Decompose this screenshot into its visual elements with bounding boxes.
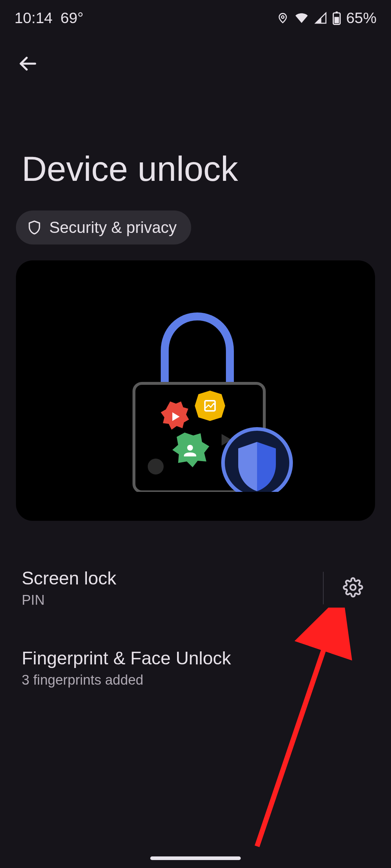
list-item-subtitle: 3 fingerprints added: [22, 672, 369, 688]
list-item-title: Fingerprint & Face Unlock: [22, 648, 369, 669]
battery-icon: [332, 11, 341, 25]
app-bar: [0, 36, 391, 88]
status-temperature: 69°: [60, 9, 84, 27]
cellular-icon: [314, 12, 327, 24]
svg-point-13: [350, 584, 356, 590]
status-battery-percent: 65%: [346, 9, 377, 27]
svg-rect-2: [336, 12, 338, 13]
settings-list: Screen lock PIN Fingerprint & Face Unloc…: [0, 557, 391, 699]
status-right: 65%: [277, 9, 377, 27]
vertical-divider: [323, 572, 324, 604]
svg-point-10: [148, 459, 164, 475]
svg-point-8: [187, 445, 193, 451]
svg-rect-3: [335, 17, 339, 23]
chip-label: Security & privacy: [49, 218, 177, 237]
wifi-icon: [294, 12, 309, 24]
list-item-screen-lock[interactable]: Screen lock PIN: [0, 557, 391, 619]
gear-icon: [343, 577, 363, 599]
lock-illustration-icon: [94, 289, 297, 492]
navigation-handle[interactable]: [150, 856, 241, 860]
list-item-subtitle: PIN: [22, 592, 314, 608]
page-title: Device unlock: [0, 88, 391, 210]
list-item-text: Screen lock PIN: [22, 568, 314, 608]
screen-lock-settings-button[interactable]: [337, 572, 369, 604]
status-time: 10:14: [14, 9, 52, 27]
breadcrumb-chip-security-privacy[interactable]: Security & privacy: [16, 210, 191, 244]
svg-point-0: [281, 16, 284, 18]
list-item-text: Fingerprint & Face Unlock 3 fingerprints…: [22, 648, 369, 688]
back-button[interactable]: [14, 51, 41, 77]
location-icon: [277, 12, 289, 24]
shield-icon: [27, 220, 42, 235]
list-item-fingerprint-face-unlock[interactable]: Fingerprint & Face Unlock 3 fingerprints…: [0, 637, 391, 699]
status-left: 10:14 69°: [14, 9, 84, 27]
list-item-title: Screen lock: [22, 568, 314, 589]
status-bar: 10:14 69°: [0, 0, 391, 36]
illustration-card: [16, 260, 375, 521]
